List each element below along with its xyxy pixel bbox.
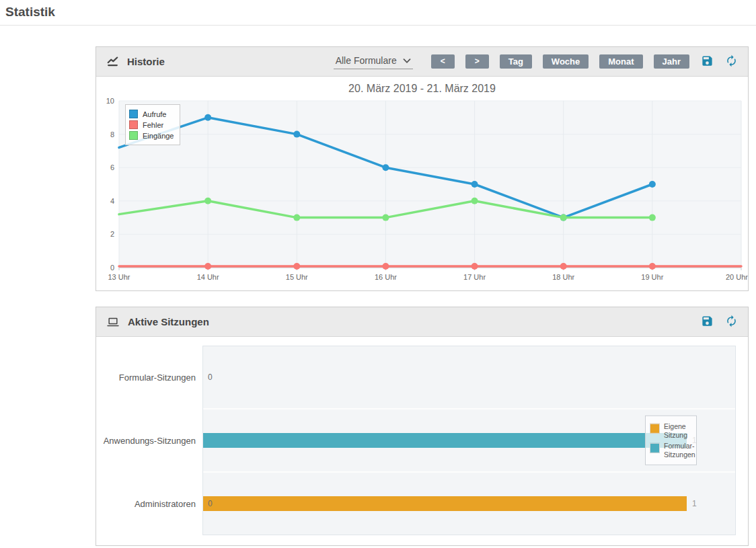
historie-title: Historie [127, 56, 165, 67]
line-chart-area: 024681013 Uhr14 Uhr15 Uhr16 Uhr17 Uhr18 … [96, 97, 748, 290]
y-tick-label: 2 [110, 230, 114, 238]
hbar-bar [203, 496, 687, 511]
refresh-button[interactable] [725, 315, 738, 329]
legend-label: Eigene Sitzung [664, 422, 692, 439]
line-chart-icon [106, 55, 119, 68]
save-button[interactable] [701, 54, 714, 69]
form-filter-value: Alle Formulare [336, 55, 397, 66]
period-jahr-button[interactable]: Jahr [654, 54, 689, 69]
data-point [560, 263, 567, 270]
legend-label: Aufrufe [143, 110, 166, 118]
chevron-down-icon [403, 55, 411, 66]
plot-background [119, 101, 741, 268]
bar-end-value: 1 [692, 499, 697, 508]
legend-item: Aufrufe [129, 110, 174, 118]
data-point [649, 214, 656, 221]
y-tick-label: 6 [110, 163, 114, 171]
x-tick-label: 15 Uhr [286, 273, 308, 281]
laptop-icon [106, 315, 120, 329]
data-point [204, 114, 211, 121]
data-point [471, 198, 478, 204]
period-tag-button[interactable]: Tag [500, 54, 532, 69]
refresh-icon [725, 315, 738, 329]
chart-date-range-title: 20. März 2019 - 21. März 2019 [96, 83, 748, 95]
data-point [649, 263, 656, 270]
sessions-panel-body: Formular-SitzungenAnwendungs-SitzungenAd… [96, 337, 748, 545]
legend-swatch [129, 110, 138, 118]
data-point [649, 181, 656, 188]
y-tick-label: 0 [110, 264, 114, 272]
period-woche-button[interactable]: Woche [543, 54, 589, 69]
content-area: Historie Alle Formulare < > Tag Woche Mo… [96, 46, 749, 546]
data-point [293, 214, 300, 221]
refresh-icon [725, 54, 738, 69]
x-tick-label: 20 Uhr [726, 273, 748, 281]
save-button[interactable] [701, 315, 714, 329]
prev-period-button[interactable]: < [431, 54, 455, 69]
legend-label: Eingänge [143, 132, 174, 140]
line-chart: 024681013 Uhr14 Uhr15 Uhr16 Uhr17 Uhr18 … [97, 97, 749, 284]
next-period-button[interactable]: > [465, 54, 489, 69]
hbar-category-label: Formular-Sitzungen [96, 346, 196, 409]
form-filter-select[interactable]: Alle Formulare [334, 54, 413, 69]
legend-swatch [129, 120, 138, 129]
data-point [293, 131, 300, 138]
legend-swatch [129, 131, 138, 140]
data-point [471, 181, 478, 188]
historie-panel-body: 20. März 2019 - 21. März 2019 024681013 … [96, 83, 748, 290]
data-point [471, 263, 478, 270]
hbar-bar [203, 433, 687, 448]
x-tick-label: 16 Uhr [375, 273, 397, 281]
data-point [382, 263, 389, 270]
sessions-panel-header: Aktive Sitzungen [96, 307, 748, 337]
legend-swatch [650, 424, 660, 434]
legend-swatch [650, 443, 660, 453]
page-title: Statistik [0, 0, 756, 26]
hbar-category-label: Anwendungs-Sitzungen [96, 409, 196, 472]
x-tick-label: 14 Uhr [197, 273, 219, 281]
hbar-chart-area: Formular-SitzungenAnwendungs-SitzungenAd… [202, 346, 736, 535]
x-tick-label: 17 Uhr [463, 273, 486, 281]
legend-label: Formular-Sitzungen [664, 442, 695, 459]
bar-start-value: 0 [208, 373, 213, 382]
hbar-category-labels: Formular-SitzungenAnwendungs-SitzungenAd… [96, 346, 196, 535]
data-point [293, 263, 300, 270]
save-icon [701, 54, 714, 69]
x-tick-label: 18 Uhr [552, 273, 574, 281]
y-tick-label: 8 [110, 130, 114, 139]
sessions-title: Aktive Sitzungen [128, 316, 209, 327]
legend-item: Eingänge [129, 131, 174, 140]
legend-item: Eigene Sitzung [650, 422, 692, 439]
data-point [382, 214, 389, 221]
hbar-legend: Eigene SitzungFormular-Sitzungen [645, 416, 697, 465]
data-point [382, 164, 389, 171]
hbar-band: 01 [203, 471, 735, 535]
data-point [560, 214, 567, 221]
y-tick-label: 10 [106, 97, 114, 105]
period-monat-button[interactable]: Monat [599, 54, 642, 69]
legend-item: Fehler [129, 120, 174, 129]
legend-item: Formular-Sitzungen [650, 442, 692, 459]
line-chart-legend: AufrufeFehlerEingänge [125, 104, 180, 145]
save-icon [701, 315, 714, 329]
legend-label: Fehler [143, 121, 163, 129]
x-tick-label: 13 Uhr [108, 273, 130, 281]
data-point [204, 263, 211, 270]
historie-panel-header: Historie Alle Formulare < > Tag Woche Mo… [96, 47, 748, 77]
hbar-band: 0 [203, 346, 735, 408]
x-tick-label: 19 Uhr [641, 273, 663, 281]
sessions-panel: Aktive Sitzungen Formul [96, 307, 749, 546]
sessions-controls [701, 315, 738, 329]
statistics-page: Statistik Historie Alle Formulare [0, 0, 756, 548]
bar-start-value: 0 [208, 499, 213, 508]
y-tick-label: 4 [110, 197, 114, 205]
historie-panel: Historie Alle Formulare < > Tag Woche Mo… [96, 46, 749, 291]
refresh-button[interactable] [725, 54, 738, 69]
historie-controls: Alle Formulare < > Tag Woche Monat Jahr [334, 54, 738, 69]
data-point [204, 198, 211, 204]
hbar-plot: 0101Eigene SitzungFormular-Sitzungen [202, 346, 736, 535]
hbar-category-label: Administratoren [96, 472, 196, 535]
